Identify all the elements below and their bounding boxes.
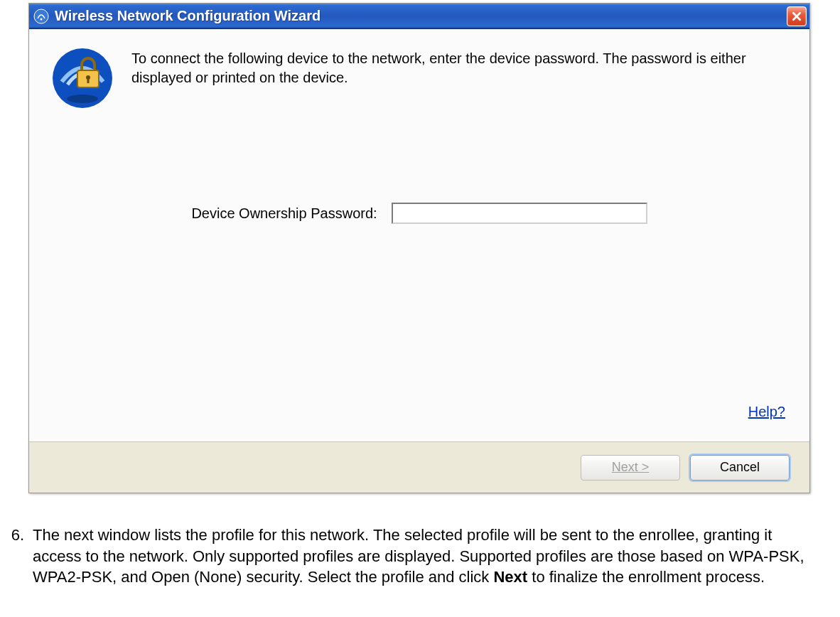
svg-rect-6: [87, 78, 90, 83]
wizard-dialog: Wireless Network Configuration Wizard: [28, 3, 810, 493]
svg-point-0: [34, 9, 48, 23]
device-ownership-password-input[interactable]: [392, 203, 647, 224]
dialog-body: To connect the following device to the n…: [29, 29, 809, 441]
dialog-footer: Next > Cancel: [29, 441, 809, 493]
svg-point-3: [67, 95, 98, 103]
password-label: Device Ownership Password:: [191, 205, 377, 222]
svg-point-1: [41, 18, 43, 20]
titlebar: Wireless Network Configuration Wizard: [29, 4, 809, 29]
app-icon: [33, 9, 49, 24]
cancel-button[interactable]: Cancel: [690, 455, 790, 481]
next-button-label: Next >: [612, 460, 650, 475]
password-row: Device Ownership Password:: [50, 203, 788, 224]
next-button[interactable]: Next >: [581, 455, 680, 481]
instruction-text: To connect the following device to the n…: [131, 46, 788, 87]
doc-step-6: 6. The next window lists the profile for…: [28, 525, 826, 588]
titlebar-title: Wireless Network Configuration Wizard: [55, 8, 787, 24]
wifi-lock-icon: [50, 46, 114, 110]
step-number: 6.: [1, 525, 24, 546]
step-text: The next window lists the profile for th…: [33, 525, 826, 588]
cancel-button-label: Cancel: [720, 460, 760, 475]
help-link[interactable]: Help?: [748, 404, 785, 420]
close-button[interactable]: [787, 6, 807, 26]
